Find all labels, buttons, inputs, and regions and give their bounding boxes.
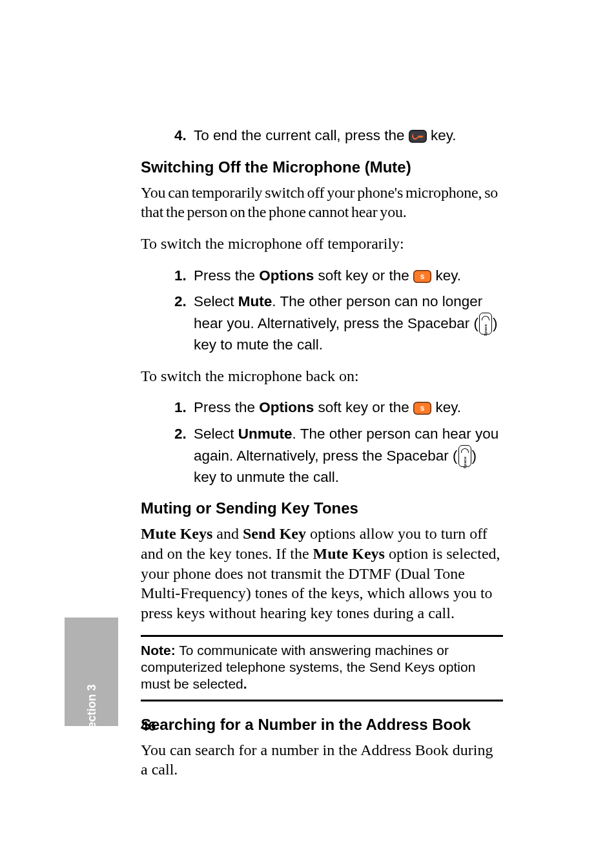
t: soft key or the — [314, 267, 413, 284]
mute-paragraph-1: You can temporarily switch off your phon… — [141, 183, 503, 222]
send-key-strong: Send Key — [243, 525, 306, 542]
options-label: Options — [259, 399, 314, 415]
spacebar-key-icon — [458, 445, 471, 467]
heading-search: Searching for a Number in the Address Bo… — [141, 716, 503, 734]
mute-off-steps: 1. Press the Options soft key or the key… — [141, 265, 503, 356]
note-body: To communicate with answering machines o… — [141, 643, 475, 692]
mute-on-step-2: 2. Select Unmute. The other person can h… — [194, 424, 503, 488]
steps-continued: 4. To end the current call, press the ke… — [141, 125, 503, 147]
heading-mute: Switching Off the Microphone (Mute) — [141, 158, 503, 176]
manual-page: 4. To end the current call, press the ke… — [0, 0, 616, 852]
step-number: 1. — [174, 265, 187, 287]
step-number: 4. — [174, 125, 187, 147]
s-key-icon — [413, 402, 431, 415]
note-label: Note: — [141, 643, 176, 658]
t: key. — [431, 267, 461, 284]
page-number: 46 — [141, 718, 156, 734]
mute-keys-strong: Mute Keys — [141, 525, 212, 542]
mute-on-steps: 1. Press the Options soft key or the key… — [141, 397, 503, 488]
section-tab: Section 3 — [65, 618, 118, 726]
mute-label: Mute — [238, 293, 272, 309]
mute-paragraph-2: To switch the microphone off temporarily… — [141, 234, 503, 254]
step-number: 1. — [174, 397, 187, 419]
step-number: 2. — [174, 424, 187, 445]
t: Select — [194, 293, 238, 309]
step-text-before: To end the current call, press the — [194, 127, 409, 143]
t: Select — [194, 426, 238, 442]
step-4: 4. To end the current call, press the ke… — [194, 125, 503, 147]
spacebar-key-icon — [479, 313, 492, 335]
t: soft key or the — [314, 399, 413, 415]
t: Press the — [194, 267, 259, 284]
t: and — [212, 525, 243, 542]
end-key-icon — [409, 130, 427, 143]
s-key-icon — [413, 270, 431, 283]
mute-paragraph-3: To switch the microphone back on: — [141, 366, 503, 386]
section-tab-label: Section 3 — [85, 684, 98, 736]
step-text-after: key. — [431, 127, 457, 143]
mute-off-step-1: 1. Press the Options soft key or the key… — [194, 265, 503, 287]
options-label: Options — [259, 267, 314, 284]
note-period: . — [243, 676, 247, 691]
mute-off-step-2: 2. Select Mute. The other person can no … — [194, 291, 503, 355]
mute-keys-strong-2: Mute Keys — [313, 545, 385, 562]
heading-key-tones: Muting or Sending Key Tones — [141, 499, 503, 517]
t: key. — [431, 399, 461, 415]
mute-on-step-1: 1. Press the Options soft key or the key… — [194, 397, 503, 419]
note-block: Note: To communicate with answering mach… — [141, 635, 503, 701]
t: Press the — [194, 399, 259, 415]
search-paragraph: You can search for a number in the Addre… — [141, 740, 503, 780]
key-tones-paragraph: Mute Keys and Send Key options allow you… — [141, 524, 503, 623]
unmute-label: Unmute — [238, 426, 293, 442]
step-number: 2. — [174, 291, 187, 313]
